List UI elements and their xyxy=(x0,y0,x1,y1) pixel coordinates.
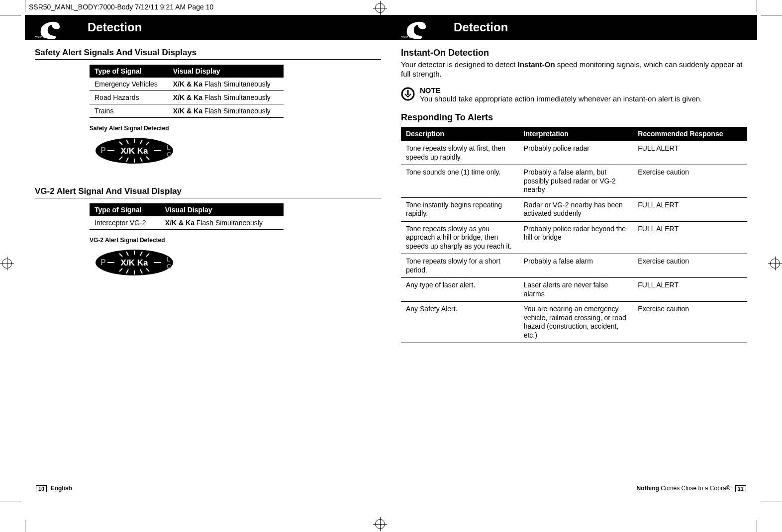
cell: Laser alerts are never false alarms xyxy=(519,278,633,302)
cell-type: Interceptor VG-2 xyxy=(90,216,160,230)
note-block: NOTE You should take appropriate action … xyxy=(401,86,747,104)
cell-visual: X/K & Ka Flash Simultaneously xyxy=(160,216,284,230)
footer-brand-pre: Nothing xyxy=(637,485,659,492)
cell-visual: X/K & Ka Flash Simultaneously xyxy=(168,91,284,104)
cell: FULL ALERT xyxy=(633,197,747,221)
table-row: Tone repeats slowly as you approach a hi… xyxy=(401,221,747,254)
footer-brand-text: Comes Close to a Cobra® xyxy=(659,485,731,492)
cell: Tone repeats slowly for a short period. xyxy=(401,254,519,278)
responding-table: Description Interpretation Recommended R… xyxy=(401,127,747,343)
cell: Tone instantly begins repeating rapidly. xyxy=(401,197,519,221)
note-title: NOTE xyxy=(420,86,702,94)
footer-right: Nothing Comes Close to a Cobra® 11 xyxy=(637,485,747,492)
cell: Probably police radar xyxy=(519,141,633,165)
footer-left: 10 English xyxy=(36,485,72,492)
table-row: TrainsX/K & Ka Flash Simultaneously xyxy=(90,104,284,118)
cell: Tone repeats slowly at first, then speed… xyxy=(401,141,519,165)
cell: Exercise caution xyxy=(633,302,747,343)
cell: Exercise caution xyxy=(633,165,747,198)
cobra-tab-label: Your Detector xyxy=(35,35,56,39)
th-resp: Recommended Response xyxy=(633,127,747,141)
page-num: 11 xyxy=(735,485,746,492)
footer-lang: English xyxy=(51,485,72,492)
cell: Tone repeats slowly as you approach a hi… xyxy=(401,221,519,254)
th-visual: Visual Display xyxy=(160,203,284,216)
crop-mark xyxy=(761,15,782,15)
cell: Any type of laser alert. xyxy=(401,278,519,302)
cobra-tab: Your Detector xyxy=(401,15,451,40)
reg-icon xyxy=(2,259,12,268)
crop-mark xyxy=(0,502,21,502)
sub-label-safety: Safety Alert Signal Detected xyxy=(90,125,381,132)
svg-rect-31 xyxy=(407,90,409,95)
led-display-vg2: P L C X/K Ka xyxy=(90,247,179,278)
cell-visual: X/K & Ka Flash Simultaneously xyxy=(168,78,284,91)
th-type: Type of Signal xyxy=(90,65,168,78)
svg-text:P: P xyxy=(100,258,106,266)
heading-instant-on: Instant-On Detection xyxy=(401,48,747,58)
crop-mark xyxy=(761,502,782,502)
vg2-alert-table: Type of Signal Visual Display Intercepto… xyxy=(90,203,284,230)
svg-text:C: C xyxy=(167,263,172,270)
cell: FULL ALERT xyxy=(633,278,747,302)
led-display-safety: P L C X/K Ka xyxy=(90,135,179,167)
cell: Radar or VG-2 nearby has been activated … xyxy=(519,197,633,221)
cell: Probably a false alarm, but possibly pul… xyxy=(519,165,633,198)
led-c: C xyxy=(167,151,172,158)
table-row: Tone repeats slowly at first, then speed… xyxy=(401,141,747,165)
sub-label-vg2: VG-2 Alert Signal Detected xyxy=(90,237,381,244)
cell-type: Road Hazards xyxy=(90,91,168,104)
cell: You are nearing an emergency vehicle, ra… xyxy=(519,302,633,343)
cobra-tab: Your Detector xyxy=(35,15,85,40)
th-visual: Visual Display xyxy=(168,65,284,78)
led-p: P xyxy=(100,146,106,155)
table-row: Road HazardsX/K & Ka Flash Simultaneousl… xyxy=(90,91,284,104)
reg-icon xyxy=(770,259,780,268)
cell: Probably a false alarm xyxy=(519,254,633,278)
cell: Exercise caution xyxy=(633,254,747,278)
svg-text:L: L xyxy=(167,256,171,263)
cell: Probably police radar beyond the hill or… xyxy=(519,221,633,254)
page-right: Your Detector Detection Instant-On Detec… xyxy=(391,15,757,502)
crop-mark xyxy=(757,0,757,12)
cell-visual: X/K & Ka Flash Simultaneously xyxy=(168,104,284,118)
th-desc: Description xyxy=(401,127,519,141)
heading-responding: Responding To Alerts xyxy=(401,112,747,123)
page-num: 10 xyxy=(36,485,47,492)
cell: Any Safety Alert. xyxy=(401,302,519,343)
print-mark-line: SSR50_MANL_BODY:7000-Body 7/12/11 9:21 A… xyxy=(29,3,213,11)
table-row: Interceptor VG-2X/K & Ka Flash Simultane… xyxy=(90,216,284,230)
table-row: Any type of laser alert.Laser alerts are… xyxy=(401,278,747,302)
cell: FULL ALERT xyxy=(633,221,747,254)
crop-mark xyxy=(25,0,25,12)
page-left: Your Detector Detection Safety Alert Sig… xyxy=(25,15,391,502)
table-row: Emergency VehiclesX/K & Ka Flash Simulta… xyxy=(90,78,284,91)
table-row: Tone repeats slowly for a short period.P… xyxy=(401,254,747,278)
crop-mark xyxy=(25,520,25,532)
table-row: Any Safety Alert.You are nearing an emer… xyxy=(401,302,747,343)
th-type: Type of Signal xyxy=(90,203,160,216)
crop-mark xyxy=(757,520,757,532)
cell-type: Trains xyxy=(90,104,168,118)
svg-text:X/K  Ka: X/K Ka xyxy=(121,258,148,267)
safety-alert-table: Type of Signal Visual Display Emergency … xyxy=(90,65,284,118)
instant-on-body: Your detector is designed to detect Inst… xyxy=(401,60,747,79)
note-body: You should take appropriate action immed… xyxy=(420,94,702,104)
table-row: Tone instantly begins repeating rapidly.… xyxy=(401,197,747,221)
table-row: Tone sounds one (1) time only.Probably a… xyxy=(401,165,747,198)
reg-icon xyxy=(375,3,385,13)
reg-icon xyxy=(375,519,385,529)
section-title-safety: Safety Alert Signals And Visual Displays xyxy=(35,48,381,60)
cell: FULL ALERT xyxy=(633,141,747,165)
header-band: Your Detector Detection xyxy=(391,15,757,40)
cell-type: Emergency Vehicles xyxy=(90,78,168,91)
section-title-vg2: VG-2 Alert Signal And Visual Display xyxy=(35,186,381,198)
band-title: Detection xyxy=(454,20,508,34)
cobra-tab-label: Your Detector xyxy=(401,35,422,39)
led-center: X/K Ka xyxy=(121,146,148,156)
th-interp: Interpretation xyxy=(519,127,633,141)
crop-mark xyxy=(0,15,21,15)
cell: Tone sounds one (1) time only. xyxy=(401,165,519,198)
band-title: Detection xyxy=(88,20,142,34)
header-band: Your Detector Detection xyxy=(25,15,391,40)
